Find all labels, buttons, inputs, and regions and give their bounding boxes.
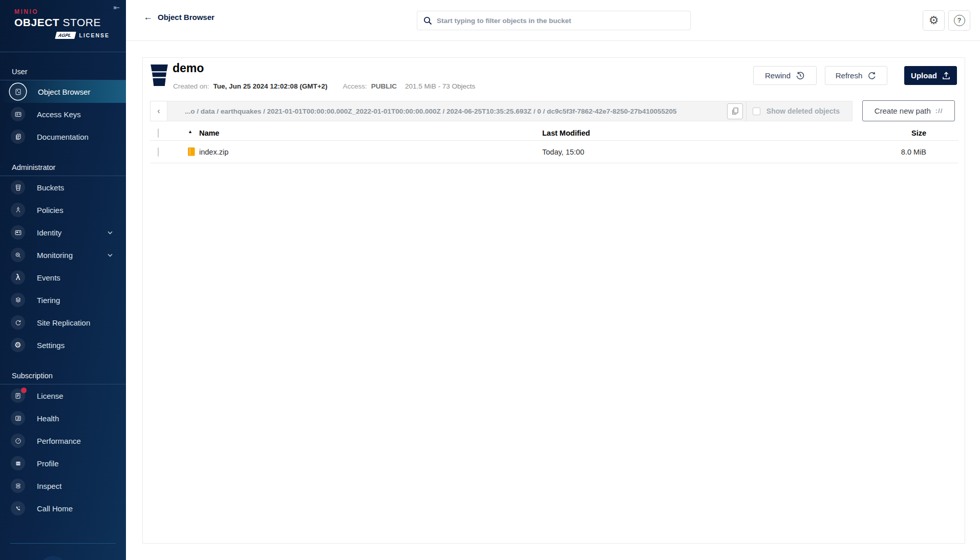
minio-logo: MINIO OBJECT STORE AGPL LICENSE (0, 0, 126, 52)
sidebar-item-label: Health (37, 414, 59, 423)
sidebar-item-events[interactable]: λ Events (0, 266, 126, 289)
sidebar-item-site-replication[interactable]: Site Replication (0, 311, 126, 334)
upload-button[interactable]: Upload (904, 66, 957, 85)
bucket-icon (150, 64, 168, 88)
sidebar-divider (10, 543, 116, 544)
agpl-badge: AGPL (55, 32, 77, 39)
current-path[interactable]: ...o / data / earthquakes / 2021-01-01T0… (167, 107, 727, 115)
call-home-icon (11, 501, 25, 515)
bucket-meta: Created on: Tue, Jun 25 2024 12:02:08 (G… (173, 82, 475, 90)
sidebar-item-health[interactable]: Health (0, 407, 126, 429)
sidebar-item-object-browser[interactable]: Object Browser (0, 80, 126, 103)
inspect-icon (11, 479, 25, 493)
show-deleted-label: Show deleted objects (766, 107, 840, 115)
sidebar-item-label: Inspect (37, 482, 61, 490)
settings-button[interactable]: ⚙ (923, 10, 945, 31)
brand-minio: MINIO (14, 8, 126, 15)
bucket-browser-panel: demo Created on: Tue, Jun 25 2024 12:02:… (142, 57, 965, 544)
profile-icon (11, 456, 25, 470)
select-all-checkbox[interactable] (158, 128, 159, 138)
sidebar-item-label: License (37, 392, 63, 400)
documentation-icon (11, 130, 25, 144)
sidebar-item-label: Identity (37, 228, 61, 237)
object-browser-icon (10, 83, 26, 100)
objects-table: ▲ Name Last Modified Size index.zip Toda… (150, 126, 958, 163)
sidebar-item-label: Documentation (37, 133, 89, 141)
row-checkbox[interactable] (158, 147, 159, 157)
created-value: Tue, Jun 25 2024 12:02:08 (GMT+2) (214, 82, 328, 90)
search-input[interactable] (437, 17, 690, 25)
help-icon: ? (954, 15, 965, 26)
identity-icon (11, 225, 25, 240)
help-button[interactable]: ? (948, 10, 970, 31)
copy-path-button[interactable] (727, 103, 743, 119)
site-replication-icon (11, 315, 25, 330)
sidebar-item-label: Performance (37, 437, 81, 445)
upload-icon (942, 72, 950, 80)
page-title: Object Browser (158, 13, 215, 21)
sort-asc-icon[interactable]: ▲ (188, 129, 193, 134)
sidebar-item-profile[interactable]: Profile (0, 452, 126, 475)
bucket-usage: 201.5 MiB - 73 Objects (405, 82, 475, 90)
sidebar-item-buckets[interactable]: Buckets (0, 176, 126, 199)
license-alert-dot (21, 387, 27, 393)
sidebar-item-label: Buckets (37, 183, 64, 192)
sidebar-item-label: Access Keys (37, 110, 81, 119)
policies-icon (11, 203, 25, 217)
back-arrow-icon[interactable]: ← (143, 12, 153, 23)
section-subscription: Subscription (0, 372, 126, 384)
sidebar-item-performance[interactable]: Performance (0, 429, 126, 452)
rewind-button[interactable]: Rewind (753, 66, 817, 85)
sidebar-item-settings[interactable]: ⚙ Settings (0, 334, 126, 356)
path-back-button[interactable]: ‹ (150, 101, 167, 121)
search-icon (423, 16, 432, 25)
health-icon (11, 411, 25, 425)
sidebar-item-label: Call Home (37, 504, 73, 513)
object-size: 8.0 MiB (865, 148, 926, 156)
events-icon: λ (11, 270, 25, 285)
zip-file-icon (188, 147, 195, 156)
create-new-path-button[interactable]: Create new path :// (862, 100, 955, 121)
product-name: OBJECT STORE (14, 16, 126, 29)
object-filter-search[interactable] (417, 11, 691, 30)
sidebar-item-label: Profile (37, 459, 59, 468)
sidebar-item-inspect[interactable]: Inspect (0, 475, 126, 497)
sidebar-item-tiering[interactable]: Tiering (0, 289, 126, 311)
show-deleted-checkbox[interactable] (753, 107, 760, 115)
breadcrumb: ...o / data / earthquakes / 2021-01-01T0… (167, 101, 853, 121)
tiering-icon (11, 293, 25, 307)
performance-icon (11, 434, 25, 448)
sidebar-bottom-icon[interactable] (39, 556, 68, 560)
divider (746, 101, 747, 121)
license-icon (11, 389, 25, 403)
sidebar: ⇤ MINIO OBJECT STORE AGPL LICENSE User O… (0, 0, 126, 560)
topbar: ← Object Browser ⚙ ? (126, 0, 980, 41)
table-header-row: ▲ Name Last Modified Size (150, 126, 958, 141)
refresh-icon (867, 71, 877, 80)
refresh-button[interactable]: Refresh (825, 66, 887, 85)
object-name[interactable]: index.zip (199, 148, 228, 156)
breadcrumb-bar: ‹ ...o / data / earthquakes / 2021-01-01… (150, 101, 955, 121)
created-label: Created on: (173, 82, 209, 90)
sidebar-item-documentation[interactable]: Documentation (0, 125, 126, 148)
rewind-icon (796, 71, 805, 80)
access-keys-icon (11, 107, 25, 121)
access-value[interactable]: PUBLIC (371, 82, 397, 90)
sidebar-item-label: Site Replication (37, 318, 90, 327)
license-badge: AGPL LICENSE (56, 32, 110, 39)
table-row[interactable]: index.zip Today, 15:00 8.0 MiB (150, 141, 958, 163)
sidebar-item-access-keys[interactable]: Access Keys (0, 103, 126, 125)
gear-icon: ⚙ (929, 15, 939, 26)
chevron-down-icon (108, 231, 113, 234)
sidebar-item-label: Tiering (37, 296, 60, 305)
sidebar-item-identity[interactable]: Identity (0, 221, 126, 244)
section-user: User (0, 68, 126, 80)
sidebar-item-policies[interactable]: Policies (0, 199, 126, 221)
column-header-modified[interactable]: Last Modified (542, 129, 865, 137)
sidebar-item-call-home[interactable]: Call Home (0, 497, 126, 520)
sidebar-item-monitoring[interactable]: Monitoring (0, 244, 126, 266)
copy-icon (731, 107, 739, 115)
column-header-name[interactable]: Name (199, 129, 220, 137)
sidebar-item-license[interactable]: License (0, 384, 126, 407)
column-header-size[interactable]: Size (865, 129, 926, 137)
